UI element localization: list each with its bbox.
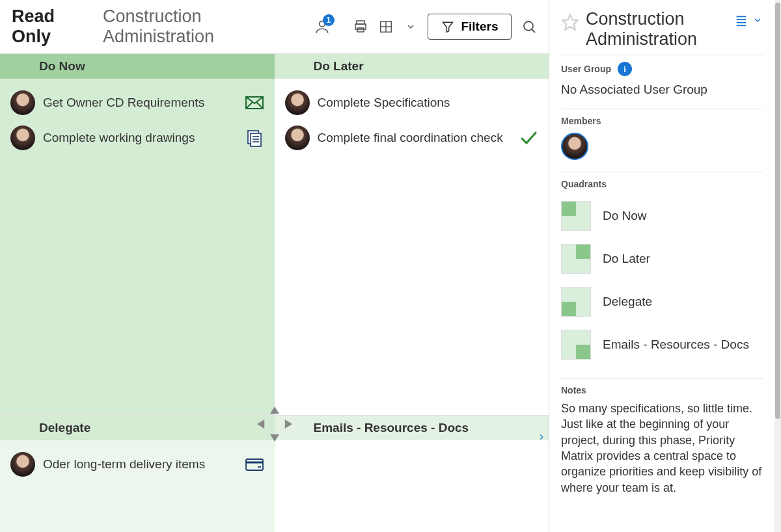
search-icon[interactable] (521, 18, 537, 35)
task-item[interactable]: Complete working drawings (7, 120, 268, 155)
quadrant-name: Delegate (603, 295, 652, 309)
filter-icon (441, 20, 454, 33)
grid-view-icon[interactable] (377, 18, 394, 35)
priority-matrix-board: Do Now Get Owner CD Requirements Complet… (0, 53, 549, 532)
quadrant-name: Emails - Resources - Docs (603, 338, 749, 352)
quadrant-swatch-icon (561, 244, 591, 274)
quadrant-header-delegate: Delegate (0, 416, 275, 440)
chevron-down-icon[interactable] (752, 15, 763, 28)
member-avatar[interactable] (561, 133, 588, 160)
user-icon[interactable]: 1 (314, 18, 331, 35)
svg-marker-24 (270, 434, 279, 442)
notes-text: So many specifications, so little time. … (561, 401, 763, 496)
section-notes: Notes So many specifications, so little … (561, 378, 763, 502)
avatar (10, 126, 35, 150)
quadrant-link-do-now[interactable]: Do Now (561, 194, 763, 237)
header-bar: Read Only Construction Administration 1 … (0, 0, 549, 53)
avatar (285, 126, 310, 150)
task-list-emails (275, 440, 549, 532)
arrow-left-icon (256, 418, 267, 430)
details-header: Construction Administration (561, 9, 763, 49)
svg-line-12 (256, 102, 263, 109)
quadrant-swatch-icon (561, 287, 591, 317)
quadrants-label: Quadrants (561, 179, 763, 189)
user-group-value: No Associated User Group (561, 83, 763, 97)
scrollbar[interactable] (774, 0, 781, 532)
svg-rect-3 (357, 28, 364, 32)
print-icon[interactable] (353, 18, 369, 35)
board-title: Construction Administration (103, 7, 305, 47)
quadrant-do-later[interactable]: Do Later Complete Specifications Complet… (275, 53, 549, 415)
task-title: Complete working drawings (43, 131, 237, 145)
filters-label: Filters (461, 20, 498, 34)
svg-marker-22 (257, 419, 264, 429)
arrow-up-icon (269, 405, 281, 417)
task-list-do-now: Get Owner CD Requirements Complete worki… (0, 79, 275, 415)
star-icon[interactable] (561, 13, 579, 31)
quadrant-swatch-icon (561, 201, 591, 231)
quadrant-do-now[interactable]: Do Now Get Owner CD Requirements Complet… (0, 53, 275, 415)
task-list-do-later: Complete Specifications Complete final c… (275, 79, 549, 415)
svg-rect-18 (246, 459, 263, 470)
section-quadrants: Quadrants Do Now Do Later Delegate Email… (561, 172, 763, 373)
filters-button[interactable]: Filters (428, 14, 512, 40)
task-title: Complete Specifications (318, 96, 512, 110)
task-item[interactable]: Oder long-term delivery items (7, 447, 268, 482)
check-icon (519, 128, 538, 148)
quadrant-link-emails[interactable]: Emails - Resources - Docs (561, 323, 763, 366)
details-panel: Construction Administration User Group i… (549, 0, 774, 532)
members-label: Members (561, 116, 763, 126)
quadrant-emails-resources-docs[interactable]: Emails - Resources - Docs (275, 415, 549, 532)
quadrant-name: Do Later (603, 252, 650, 266)
task-item[interactable]: Complete Specifications (281, 85, 543, 120)
move-handle[interactable] (256, 405, 294, 443)
main-board-area: Read Only Construction Administration 1 … (0, 0, 549, 532)
avatar (10, 90, 35, 115)
section-user-group: User Group i No Associated User Group (561, 55, 763, 103)
svg-marker-7 (443, 22, 453, 32)
avatar (285, 90, 310, 115)
task-item[interactable]: Get Owner CD Requirements (7, 85, 268, 120)
scrollbar-thumb[interactable] (775, 3, 780, 419)
user-badge: 1 (323, 14, 335, 26)
quadrant-name: Do Now (603, 209, 647, 223)
quadrant-header-do-now: Do Now (0, 54, 275, 79)
quadrant-link-do-later[interactable]: Do Later (561, 237, 763, 280)
task-item[interactable]: Complete final coordination check (281, 120, 543, 155)
quadrant-link-delegate[interactable]: Delegate (561, 280, 763, 323)
info-icon[interactable]: i (618, 62, 632, 76)
svg-point-8 (524, 21, 533, 31)
svg-marker-21 (270, 406, 279, 414)
svg-rect-14 (251, 133, 261, 146)
quadrant-header-emails: Emails - Resources - Docs (275, 416, 549, 440)
section-members: Members (561, 109, 763, 166)
svg-line-11 (246, 102, 253, 109)
arrow-down-icon (269, 431, 281, 443)
task-title: Oder long-term delivery items (43, 457, 237, 472)
svg-marker-25 (562, 14, 577, 29)
svg-line-9 (532, 29, 535, 33)
svg-marker-23 (284, 419, 292, 429)
card-icon (245, 455, 264, 474)
mail-icon (245, 93, 264, 113)
read-only-label: Read Only (12, 7, 94, 47)
avatar (10, 452, 35, 477)
task-title: Complete final coordination check (318, 131, 512, 145)
user-group-label: User Group i (561, 62, 763, 76)
details-title: Construction Administration (586, 9, 728, 49)
list-icon[interactable] (734, 13, 748, 30)
quadrant-header-do-later: Do Later (275, 54, 549, 79)
quadrant-swatch-icon (561, 330, 591, 360)
quadrant-delegate[interactable]: Delegate Oder long-term delivery items (0, 415, 275, 532)
chevron-right-icon[interactable] (537, 431, 546, 446)
notes-label: Notes (561, 385, 763, 395)
arrow-right-icon (282, 418, 294, 430)
chevron-down-icon[interactable] (403, 18, 419, 35)
task-list-delegate: Oder long-term delivery items (0, 440, 275, 532)
docs-icon (245, 128, 264, 148)
task-title: Get Owner CD Requirements (43, 96, 237, 110)
